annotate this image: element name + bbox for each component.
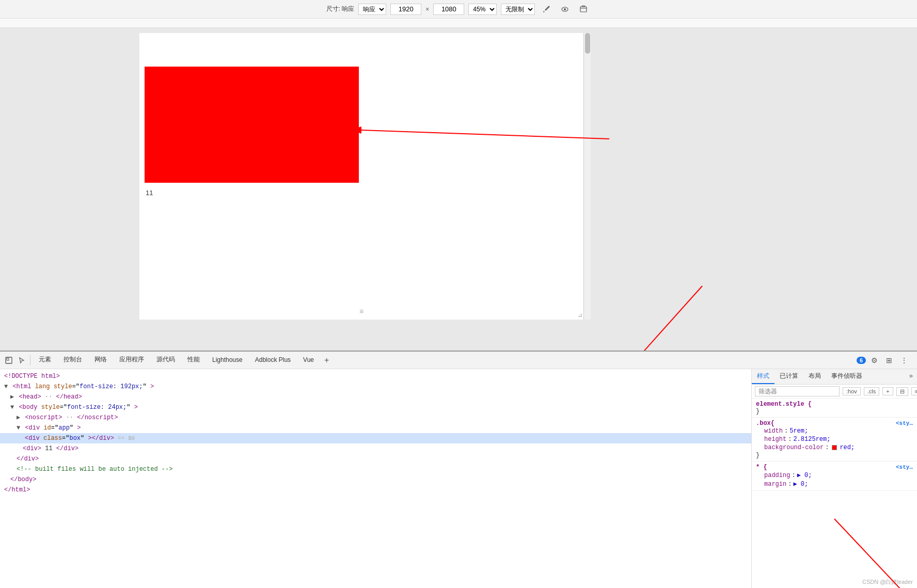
tab-network-label: 网络 [94, 355, 107, 364]
devtools-panel: 元素 控制台 网络 应用程序 源代码 性能 Lighthouse Adblock… [0, 351, 917, 588]
ruler: // Draw ruler ticks dynamically after pa… [0, 19, 917, 28]
preview-canvas: 11 ≡ ⊿ [139, 33, 583, 320]
svg-point-1 [564, 8, 566, 10]
styles-filter-row: :hov .cls + ⊟ ≡ [752, 385, 917, 399]
height-input[interactable]: 1080 [433, 4, 464, 15]
preview-number: 11 [146, 189, 153, 197]
size-label: 尺寸: 响应 [326, 5, 355, 13]
dimension-x: × [425, 6, 429, 13]
tab-vue-label: Vue [303, 356, 314, 363]
top-toolbar: 尺寸: 响应 响应 1920 × 1080 45% 无限制 [0, 0, 917, 19]
tab-application-label: 应用程序 [119, 355, 144, 364]
styles-tab-more[interactable]: » [905, 369, 917, 384]
resize-handle[interactable]: ⊿ [578, 312, 582, 319]
dock-button[interactable]: ⊞ [883, 355, 895, 366]
head-expand[interactable]: ▶ [10, 393, 14, 401]
tab-performance[interactable]: 性能 [181, 352, 206, 369]
tab-lighthouse[interactable]: Lighthouse [206, 352, 249, 369]
star-selector: * { <sty… [756, 464, 913, 471]
screenshot-button[interactable] [576, 4, 591, 15]
html-line-close-html: </html> [0, 485, 751, 495]
filter-hov-button[interactable]: :hov [843, 387, 861, 395]
styles-body: element.style { } .box { <sty… width [752, 399, 917, 588]
html-line-box: <div class="box" ></div> == $0 [0, 433, 751, 443]
style-margin: margin : ▶ 0; [756, 480, 913, 488]
inspect-element-button[interactable] [2, 355, 15, 366]
svg-rect-2 [580, 7, 587, 12]
width-input[interactable]: 1920 [390, 4, 421, 15]
filter-add-button[interactable]: + [882, 387, 893, 395]
devtools-body: <!DOCTYPE html> ▼ <html lang style="font… [0, 369, 917, 588]
tab-adblock-label: Adblock Plus [255, 356, 291, 363]
scroll-hint: ≡ [359, 307, 363, 315]
html-line-head: ▶ <head> ·· </head> [0, 392, 751, 402]
preview-area: 11 ≡ ⊿ [0, 28, 917, 351]
filter-cls-button[interactable]: .cls [864, 387, 880, 395]
style-block-element: element.style { } [752, 399, 917, 418]
html-line-11: <div> 11 </div> [0, 443, 751, 454]
devtools-tabs-row: 元素 控制台 网络 应用程序 源代码 性能 Lighthouse Adblock… [0, 352, 917, 369]
doctype-tag: <!DOCTYPE html> [4, 373, 60, 380]
styles-sub-tabs: 样式 已计算 布局 事件侦听器 » [752, 369, 917, 385]
html-line-comment: <!-- built files will be auto injected -… [0, 464, 751, 474]
styles-panel: 样式 已计算 布局 事件侦听器 » :hov .cls + ⊟ ≡ [752, 369, 917, 588]
html-panel[interactable]: <!DOCTYPE html> ▼ <html lang style="font… [0, 369, 752, 588]
tab-application[interactable]: 应用程序 [113, 352, 150, 369]
tab-elements-label: 元素 [39, 355, 51, 364]
svg-rect-3 [582, 6, 585, 7]
style-height: height : 2.8125rem; [756, 435, 913, 443]
html-line-close-div: </div> [0, 454, 751, 464]
style-block-star: * { <sty… padding : ▶ 0; margin : ▶ 0; [752, 462, 917, 491]
box-selector: .box { <sty… [756, 420, 913, 427]
color-swatch-red[interactable] [832, 445, 837, 450]
html-expand[interactable]: ▼ [4, 383, 8, 390]
eye-button[interactable] [558, 4, 572, 15]
red-box-preview [145, 67, 359, 183]
eyedropper-button[interactable] [539, 4, 554, 15]
svg-rect-8 [7, 358, 9, 360]
size-select[interactable]: 响应 [358, 4, 386, 15]
add-tab-button[interactable]: + [320, 356, 333, 365]
tab-performance-label: 性能 [187, 355, 200, 364]
tab-separator [30, 355, 30, 365]
html-line-html: ▼ <html lang style="font-size: 192px;" > [0, 382, 751, 392]
styles-tab-computed[interactable]: 已计算 [774, 369, 803, 384]
filter-toggle-button[interactable]: ⊟ [896, 387, 908, 396]
styles-tab-style[interactable]: 样式 [752, 369, 774, 384]
tab-console-label: 控制台 [64, 355, 82, 364]
tab-sources-label: 源代码 [156, 355, 175, 364]
tab-adblock[interactable]: Adblock Plus [249, 352, 297, 369]
tab-console[interactable]: 控制台 [57, 352, 88, 369]
style-padding: padding : ▶ 0; [756, 471, 913, 480]
csdn-watermark: CSDN @白嫖leader [862, 578, 913, 586]
scrollbar-thumb[interactable] [585, 33, 590, 54]
html-line-close-body: </body> [0, 474, 751, 485]
element-style-selector: element.style { [756, 401, 913, 408]
style-block-box: .box { <sty… width : 5rem; height : [752, 418, 917, 462]
settings-button[interactable]: ⚙ [868, 355, 881, 366]
styles-filter-input[interactable] [755, 386, 840, 396]
style-bg-color: background-color : red; [756, 443, 913, 452]
zoom-select[interactable]: 45% [468, 4, 497, 15]
devtools-tabs-right: 6 ⚙ ⊞ ⋮ [857, 355, 915, 366]
html-line-body: ▼ <body style="font-size: 24px;" > [0, 402, 751, 412]
html-line-noscript: ▶ <noscript> ·· </noscript> [0, 412, 751, 423]
scrollbar-track[interactable] [583, 33, 591, 320]
tab-vue[interactable]: Vue [297, 352, 320, 369]
filter-more-button[interactable]: ≡ [911, 387, 917, 395]
svg-line-6 [614, 286, 702, 351]
styles-tab-layout[interactable]: 布局 [803, 369, 826, 384]
limit-select[interactable]: 无限制 [501, 4, 535, 15]
error-badge: 6 [857, 357, 866, 364]
styles-tab-events[interactable]: 事件侦听器 [826, 369, 867, 384]
tab-sources[interactable]: 源代码 [150, 352, 181, 369]
html-line-app[interactable]: ▼ <div id="app" > [0, 423, 751, 433]
html-line-doctype: <!DOCTYPE html> [0, 371, 751, 382]
more-button[interactable]: ⋮ [897, 355, 911, 366]
cursor-button[interactable] [15, 355, 28, 366]
tab-network[interactable]: 网络 [88, 352, 113, 369]
tab-lighthouse-label: Lighthouse [212, 356, 243, 363]
style-width: width : 5rem; [756, 427, 913, 435]
tab-elements[interactable]: 元素 [33, 352, 57, 369]
